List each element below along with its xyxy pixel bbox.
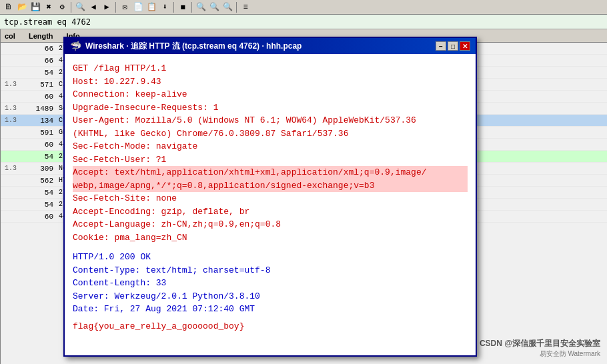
section-break (73, 244, 468, 251)
separator-1 (71, 2, 71, 13)
http-request-line-10: webp,image/apng,*/*;q=0.8,application/si… (73, 179, 468, 193)
http-request-line-12: Accept-Encoding: gzip, deflate, br (73, 205, 468, 219)
maximize-button[interactable]: □ (448, 41, 458, 51)
toolbar-icon-4[interactable]: ✖ (43, 1, 55, 13)
len-cell: 54 (27, 153, 53, 161)
http-request-line-6: (KHTML, like Gecko) Chrome/76.0.3809.87 … (73, 127, 468, 141)
http-request-line-8: Sec-Fetch-User: ?1 (73, 153, 468, 167)
filter-text: tcp.stream eq 4762 (4, 17, 91, 27)
filter-bar: tcp.stream eq 4762 (0, 15, 607, 29)
proto-cell: 1.3 (5, 117, 21, 124)
len-cell: 591 (27, 129, 53, 137)
len-cell: 60 (27, 141, 53, 149)
toolbar-icon-14[interactable]: 🔍 (195, 1, 207, 13)
flag-line: flag{you_are_relly_a_goooood_boy} (73, 320, 468, 333)
http-response-line-5: Date: Fri, 27 Aug 2021 07:12:40 GMT (73, 303, 468, 316)
toolbar-icon-3[interactable]: 💾 (29, 1, 41, 13)
http-response-line-3: Content-Length: 33 (73, 277, 468, 290)
dialog-title: Wireshark · 追踪 HTTP 流 (tcp.stream eq 476… (85, 41, 301, 52)
col-length: Length (29, 32, 53, 40)
toolbar-icon-15[interactable]: 🔍 (208, 1, 220, 13)
len-cell: 54 (27, 201, 53, 209)
watermark-line1: CSDN @深信服千里目安全实验室 (480, 338, 600, 349)
toolbar: 🗎 📂 💾 ✖ ⚙ 🔍 ◀ ▶ ✉ 📄 📋 ⬇ ◼ 🔍 🔍 🔍 ≡ (0, 0, 607, 15)
len-cell: 66 (27, 45, 53, 53)
http-response-line-1: HTTP/1.0 200 OK (73, 251, 468, 264)
http-request-line-7: Sec-Fetch-Mode: navigate (73, 140, 468, 153)
minimize-button[interactable]: − (436, 41, 446, 51)
toolbar-icon-8[interactable]: ▶ (101, 1, 113, 13)
len-cell: 54 (27, 189, 53, 197)
separator-3 (173, 2, 174, 13)
http-response-line-4: Server: Werkzeug/2.0.1 Python/3.8.10 (73, 290, 468, 303)
watermark: CSDN @深信服千里目安全实验室 易安全防 Watermark (480, 338, 600, 359)
proto-cell: 1.3 (5, 81, 21, 88)
toolbar-icon-1[interactable]: 🗎 (3, 1, 15, 13)
http-request-line-3: Connection: keep-alive (73, 88, 468, 101)
http-request-line-5: User-Agent: Mozilla/5.0 (Windows NT 6.1;… (73, 114, 468, 127)
http-request-line-13: Accept-Language: zh-CN,zh;q=0.9,en;q=0.8 (73, 218, 468, 231)
wireshark-dialog: 🦈 Wireshark · 追踪 HTTP 流 (tcp.stream eq 4… (63, 37, 477, 357)
separator-2 (115, 2, 116, 13)
len-cell: 66 (27, 57, 53, 65)
dialog-titlebar: 🦈 Wireshark · 追踪 HTTP 流 (tcp.stream eq 4… (65, 38, 476, 54)
toolbar-icon-2[interactable]: 📂 (16, 1, 28, 13)
len-cell: 1489 (27, 105, 53, 113)
len-cell: 562 (27, 177, 53, 185)
proto-cell: 1.3 (5, 165, 21, 172)
col-protocol: col (5, 32, 15, 40)
toolbar-icon-16[interactable]: 🔍 (221, 1, 233, 13)
separator-4 (191, 2, 192, 13)
http-request-line-14: Cookie: pma_lang=zh_CN (73, 231, 468, 245)
len-cell: 309 (27, 165, 53, 173)
len-cell: 571 (27, 81, 53, 89)
len-cell: 54 (27, 69, 53, 77)
dialog-controls: − □ ✕ (436, 41, 470, 51)
toolbar-icon-6[interactable]: 🔍 (74, 1, 86, 13)
wireshark-icon: 🦈 (70, 41, 81, 51)
dialog-title-container: 🦈 Wireshark · 追踪 HTTP 流 (tcp.stream eq 4… (70, 41, 301, 52)
len-cell: 134 (27, 117, 53, 125)
dialog-content: GET /flag HTTP/1.1 Host: 10.227.9.43 Con… (65, 54, 476, 355)
toolbar-icon-10[interactable]: 📄 (132, 1, 144, 13)
watermark-line2: 易安全防 Watermark (480, 349, 600, 359)
toolbar-icon-17[interactable]: ≡ (239, 1, 251, 13)
separator-5 (236, 2, 237, 13)
toolbar-icon-11[interactable]: 📋 (145, 1, 157, 13)
toolbar-icon-9[interactable]: ✉ (119, 1, 131, 13)
http-request-line-9: Accept: text/html,application/xhtml+xml,… (73, 166, 468, 179)
http-request-line-11: Sec-Fetch-Site: none (73, 192, 468, 205)
toolbar-icon-13[interactable]: ◼ (177, 1, 189, 13)
proto-cell: 1.3 (5, 105, 21, 112)
http-request-line-2: Host: 10.227.9.43 (73, 75, 468, 89)
len-cell: 60 (27, 213, 53, 221)
toolbar-icon-5[interactable]: ⚙ (56, 1, 68, 13)
http-request-line-4: Upgrade-Insecure-Requests: 1 (73, 101, 468, 115)
len-cell: 60 (27, 93, 53, 101)
close-button[interactable]: ✕ (460, 41, 470, 51)
http-request-line-1: GET /flag HTTP/1.1 (73, 62, 468, 75)
toolbar-icon-12[interactable]: ⬇ (159, 1, 171, 13)
http-response-line-2: Content-Type: text/html; charset=utf-8 (73, 264, 468, 277)
toolbar-icon-7[interactable]: ◀ (87, 1, 99, 13)
